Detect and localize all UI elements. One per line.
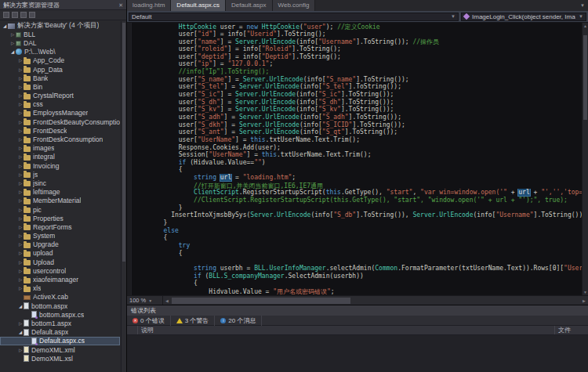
tree-item[interactable]: ▷Properties <box>0 214 120 222</box>
scrollbar-thumb[interactable] <box>122 23 125 262</box>
scroll-left-icon[interactable]: ◀ <box>163 296 171 305</box>
tree-item[interactable]: ▷Bin <box>0 82 120 91</box>
tree-item[interactable]: ▷css <box>0 100 120 109</box>
tree-item[interactable]: ▷xiaofeimanager <box>0 275 120 284</box>
expander-icon[interactable]: ▷ <box>9 32 16 37</box>
tree-item[interactable]: ▷integral <box>0 153 120 161</box>
tree-item[interactable]: ▷App_Data <box>0 65 120 74</box>
tree-item[interactable]: ▷DemoXML.xml <box>0 345 120 354</box>
errorlist-tab-messages[interactable]: i20 个消息 <box>215 316 262 326</box>
editor-tab[interactable]: Web.config <box>273 0 316 11</box>
expander-icon[interactable]: ▷ <box>17 76 24 81</box>
tree-item[interactable]: ◢Default.aspx <box>0 328 120 337</box>
expander-icon[interactable]: ▷ <box>17 233 24 238</box>
expander-icon[interactable]: ▷ <box>17 181 24 186</box>
tree-item[interactable]: ◢解决方案'Beauty' (4 个项目) <box>0 21 120 30</box>
expander-icon[interactable]: ▷ <box>17 58 24 63</box>
expander-icon[interactable]: ▷ <box>17 216 24 221</box>
tree-item[interactable]: ▷bottom1.aspx <box>0 319 120 327</box>
expander-icon[interactable]: ◢ <box>17 330 24 334</box>
properties-icon[interactable] <box>3 12 9 18</box>
error-list-body[interactable] <box>127 335 588 372</box>
scroll-right-icon[interactable]: ▶ <box>580 296 588 305</box>
editor-tab[interactable]: Default.aspx.cs <box>171 0 226 11</box>
tree-item[interactable]: ActiveX.cab <box>0 293 120 302</box>
tree-item[interactable]: ▷leftimage <box>0 188 120 197</box>
tree-item[interactable]: ▷BLL <box>0 30 120 38</box>
document-list-chevron-icon[interactable]: ▾ <box>577 0 588 11</box>
editor-vertical-scrollbar[interactable]: ▲ ▼ <box>582 23 588 295</box>
editor-horizontal-scrollbar[interactable]: ◀ ▶ <box>163 296 588 305</box>
tree-item[interactable]: Default.aspx.cs <box>0 337 120 345</box>
expander-icon[interactable]: ▷ <box>17 277 24 282</box>
tree-item[interactable]: DemoXML.xsl <box>0 354 120 363</box>
expander-icon[interactable]: ▷ <box>17 269 24 273</box>
expander-icon[interactable]: ▷ <box>17 146 24 150</box>
tree-item[interactable]: ▷App_Code <box>0 56 120 65</box>
file-column-header[interactable]: 文件 <box>555 326 588 334</box>
tree-item[interactable]: ▷Upgrade <box>0 240 120 249</box>
tree-item[interactable]: ▷CrystalReport <box>0 92 120 100</box>
expander-icon[interactable]: ▷ <box>17 137 24 142</box>
close-icon[interactable]: ✕ <box>118 0 123 10</box>
expander-icon[interactable]: ▷ <box>17 321 24 326</box>
errorlist-tab-warnings[interactable]: 3 个警告 <box>171 316 216 326</box>
tree-item[interactable]: ▷MemberMaterial <box>0 197 120 205</box>
tree-item[interactable]: ▷jsinc <box>0 179 120 187</box>
tree-item[interactable]: ▷EmployssManager <box>0 109 120 117</box>
expander-icon[interactable]: ▷ <box>17 348 24 352</box>
expander-icon[interactable]: ◢ <box>17 304 24 309</box>
tree-item[interactable]: ▷FrontDesck <box>0 126 120 135</box>
tree-item[interactable]: ◢P:\...\Web\ <box>0 48 120 56</box>
expander-icon[interactable]: ◢ <box>2 23 8 28</box>
scroll-up-icon[interactable]: ▲ <box>583 23 588 29</box>
expander-icon[interactable]: ▷ <box>17 110 24 115</box>
expander-icon[interactable]: ▷ <box>17 286 24 291</box>
tree-item[interactable]: ◢bottom.aspx <box>0 302 120 310</box>
expander-icon[interactable]: ▷ <box>17 260 24 265</box>
expander-icon[interactable]: ▷ <box>17 67 24 72</box>
refresh-icon[interactable] <box>20 12 27 18</box>
errorlist-tab-errors[interactable]: ✕0 个错误 <box>127 316 171 326</box>
scroll-down-icon[interactable]: ▼ <box>583 289 588 295</box>
solution-tree-scrollbar[interactable] <box>121 21 126 372</box>
expander-icon[interactable]: ▷ <box>17 190 24 194</box>
tree-item[interactable]: ▷FrontDeskConsumption <box>0 135 120 143</box>
expander-icon[interactable]: ▷ <box>17 102 24 107</box>
editor-tab[interactable]: Default.aspx <box>226 0 272 11</box>
tree-item[interactable]: ▷upload <box>0 249 120 258</box>
expander-icon[interactable]: ▷ <box>17 128 24 133</box>
tree-item[interactable]: ▷System <box>0 232 120 240</box>
expander-icon[interactable]: ▷ <box>17 154 24 159</box>
tree-item[interactable]: ▷Invoicing <box>0 161 120 170</box>
tree-item[interactable]: ▷Bank <box>0 74 120 82</box>
expander-icon[interactable]: ▷ <box>17 85 24 89</box>
tree-item[interactable]: ▷js <box>0 170 120 179</box>
tree-item[interactable]: ▷ReportForms <box>0 222 120 231</box>
expander-icon[interactable]: ▷ <box>17 225 24 229</box>
description-column-header[interactable]: 说明 <box>138 326 555 334</box>
expander-icon[interactable]: ▷ <box>17 172 24 177</box>
expander-icon[interactable]: ▷ <box>17 251 24 255</box>
editor-surface[interactable]: HttpCookie user = new HttpCookie("user")… <box>132 23 582 295</box>
member-dropdown[interactable]: ImageLogin_Click(object sender, ImageCli… <box>461 13 586 21</box>
expander-icon[interactable]: ▷ <box>17 198 24 203</box>
view-code-icon[interactable] <box>29 12 35 18</box>
expander-icon[interactable]: ▷ <box>17 242 24 247</box>
expander-icon[interactable]: ▷ <box>17 208 24 212</box>
tree-item[interactable]: ▷FrontDeskBeautyConsumption <box>0 117 120 126</box>
tree-item[interactable]: ▷Upload <box>0 258 120 266</box>
expander-icon[interactable]: ▷ <box>9 41 16 45</box>
tree-item[interactable]: ▷images <box>0 144 120 153</box>
expander-icon[interactable]: ▷ <box>17 120 24 125</box>
expander-icon[interactable]: ▷ <box>17 93 24 98</box>
tree-item[interactable]: ▷xls <box>0 284 120 293</box>
zoom-control[interactable]: 100 % ▼ <box>127 296 163 305</box>
scrollbar-thumb[interactable] <box>583 35 587 120</box>
type-dropdown[interactable]: Default ▼ <box>129 13 459 21</box>
expander-icon[interactable]: ◢ <box>9 49 16 54</box>
expander-icon[interactable]: ▷ <box>17 164 24 168</box>
scrollbar-thumb[interactable] <box>172 298 350 304</box>
tree-item[interactable]: ▷pic <box>0 205 120 214</box>
tree-item[interactable]: bottom.aspx.cs <box>0 310 120 319</box>
